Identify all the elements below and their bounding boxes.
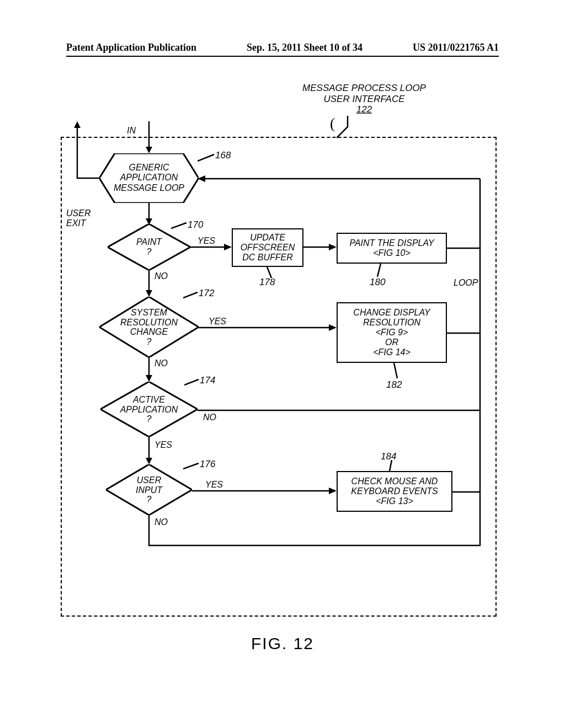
d174-text: ACTIVEAPPLICATION? bbox=[100, 395, 198, 424]
arrow-172-174 bbox=[143, 357, 154, 382]
decision-resolution: SYSTEMRESOLUTIONCHANGE? bbox=[99, 297, 199, 357]
title-line2: USER INTERFACE bbox=[281, 94, 447, 105]
title-line1: MESSAGE PROCESS LOOP bbox=[281, 83, 447, 94]
leader-170 bbox=[171, 222, 190, 231]
decision-paint: PAINT? bbox=[108, 224, 190, 270]
hexagon-generic-loop: GENERICAPPLICATIONMESSAGE LOOP bbox=[99, 153, 199, 203]
d172-text: SYSTEMRESOLUTIONCHANGE? bbox=[99, 308, 199, 346]
svg-marker-36 bbox=[198, 175, 205, 182]
arrow-user-exit bbox=[72, 121, 105, 182]
paren-icon: ( bbox=[330, 115, 335, 132]
svg-marker-23 bbox=[146, 375, 152, 382]
arrow-in bbox=[143, 121, 154, 153]
svg-line-3 bbox=[198, 154, 214, 161]
decision-user-input: USERINPUT? bbox=[106, 464, 192, 515]
svg-marker-1 bbox=[146, 147, 152, 153]
loop-bus bbox=[198, 174, 484, 549]
arrow-174-176 bbox=[143, 437, 154, 464]
no-170: NO bbox=[154, 271, 168, 281]
arrow-170-172 bbox=[143, 270, 154, 297]
in-label: IN bbox=[127, 126, 136, 136]
svg-marker-16 bbox=[146, 290, 152, 297]
svg-marker-4 bbox=[74, 121, 81, 128]
header-center: Sep. 15, 2011 Sheet 10 of 34 bbox=[247, 42, 363, 53]
diagram-title: MESSAGE PROCESS LOOP USER INTERFACE 122 bbox=[281, 83, 447, 115]
d170-text: PAINT? bbox=[108, 237, 190, 256]
user-exit-label: USEREXIT bbox=[66, 208, 99, 228]
leader-168 bbox=[198, 153, 217, 164]
header-right: US 2011/0221765 A1 bbox=[413, 42, 499, 53]
yes-174: YES bbox=[154, 440, 172, 450]
svg-line-8 bbox=[171, 223, 186, 228]
svg-marker-28 bbox=[146, 458, 152, 464]
header-left: Patent Application Publication bbox=[66, 42, 196, 53]
title-ref: 122 bbox=[281, 104, 447, 115]
no-172: NO bbox=[154, 358, 168, 368]
arrow-hex-d170 bbox=[143, 203, 154, 225]
decision-active-app: ACTIVEAPPLICATION? bbox=[100, 382, 198, 437]
d176-text: USERINPUT? bbox=[106, 475, 192, 505]
flowchart: MESSAGE PROCESS LOOP USER INTERFACE 122 … bbox=[61, 77, 502, 629]
ref-168: 168 bbox=[215, 150, 231, 161]
page-header: Patent Application Publication Sep. 15, … bbox=[66, 42, 499, 57]
hex168-text: GENERICAPPLICATIONMESSAGE LOOP bbox=[99, 163, 199, 193]
figure-caption: FIG. 12 bbox=[0, 634, 565, 653]
